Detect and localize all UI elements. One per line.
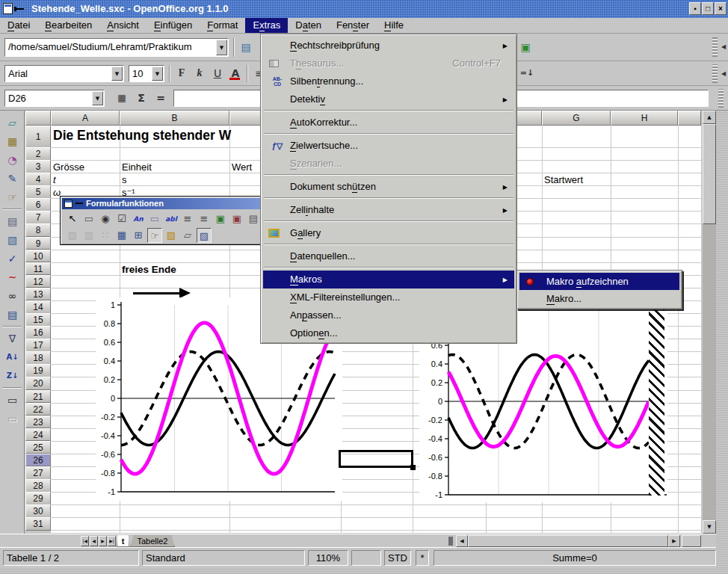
spellcheck-icon[interactable]: ✓ bbox=[3, 250, 22, 268]
form-functions-icon[interactable]: ☞ bbox=[3, 188, 22, 206]
draw-functions-icon[interactable]: ✎ bbox=[3, 170, 22, 188]
name-box-dropdown-icon[interactable]: ▼ bbox=[92, 91, 103, 105]
row-header-23[interactable]: 23 bbox=[25, 416, 51, 429]
sheet-tab-Tabelle2[interactable]: Tabelle2 bbox=[130, 535, 175, 547]
horizontal-scroll-thumb[interactable] bbox=[468, 535, 668, 547]
sum-icon[interactable]: Σ bbox=[133, 90, 149, 106]
menubar-item-einfgen[interactable]: Einfügen bbox=[146, 18, 200, 33]
row-header-4[interactable]: 4 bbox=[25, 173, 51, 186]
hscroll-left-icon[interactable]: ◀ bbox=[456, 535, 468, 547]
group-box-icon[interactable]: ▭ bbox=[147, 212, 162, 226]
cell-reference-value[interactable]: D26 bbox=[8, 91, 90, 105]
bold-icon[interactable]: F bbox=[173, 65, 190, 81]
more-controls-icon[interactable]: ⊞ bbox=[131, 228, 146, 243]
combo-box-icon[interactable]: ≡ bbox=[197, 212, 212, 226]
font-size-value[interactable]: 10 bbox=[132, 67, 150, 81]
first-sheet-button[interactable]: |◀ bbox=[81, 536, 89, 546]
row-header-9[interactable]: 9 bbox=[25, 237, 51, 250]
form-toolbar-titlebar[interactable]: Formularfunktionen bbox=[62, 198, 261, 209]
row-header-26[interactable]: 26 bbox=[25, 454, 51, 467]
row-header-2[interactable]: 2 bbox=[25, 147, 51, 161]
row-header-10[interactable]: 10 bbox=[25, 250, 51, 263]
insert-frame-icon[interactable]: ▤ bbox=[3, 212, 22, 230]
menu-item-silbentrennung[interactable]: AB- CDSilbentrennung... bbox=[263, 72, 514, 90]
autofilter-icon[interactable]: ∇ bbox=[3, 330, 22, 348]
submenu-item-makro[interactable]: Makro... bbox=[519, 290, 679, 307]
row-header-18[interactable]: 18 bbox=[25, 351, 51, 365]
menubar-item-datei[interactable]: Datei bbox=[0, 18, 37, 33]
check-box-icon[interactable]: ☑ bbox=[114, 212, 129, 226]
label-field-icon[interactable]: An bbox=[131, 212, 146, 226]
arrow-right-object[interactable] bbox=[133, 292, 179, 294]
design-mode-icon[interactable]: ☞ bbox=[147, 228, 162, 243]
row-header-11[interactable]: 11 bbox=[25, 262, 51, 276]
row-header-15[interactable]: 15 bbox=[25, 313, 51, 327]
collapse-toolbar-icon[interactable]: ◀ bbox=[719, 37, 728, 54]
push-button-icon[interactable]: ▭ bbox=[81, 212, 96, 226]
menu-item-gallery[interactable]: Gallery bbox=[263, 224, 514, 242]
sheet-tab-t[interactable]: t bbox=[117, 535, 129, 547]
column-header-G[interactable]: G bbox=[542, 111, 611, 126]
row-header-29[interactable]: 29 bbox=[25, 492, 51, 505]
table-control-icon[interactable]: ▦ bbox=[114, 228, 129, 243]
menu-item-szenarien[interactable]: Szenarien... bbox=[263, 155, 514, 173]
next-sheet-button[interactable]: ▶ bbox=[99, 536, 107, 546]
menu-item-autokorrektur[interactable]: AutoKorrektur... bbox=[263, 114, 514, 132]
scroll-up-icon[interactable]: ▲ bbox=[703, 111, 716, 124]
prev-sheet-button[interactable]: ◀ bbox=[90, 536, 98, 546]
menu-item-zielwertsuche[interactable]: ƒ▽Zielwertsuche... bbox=[263, 137, 514, 155]
italic-icon[interactable]: k bbox=[191, 65, 208, 81]
collapse-toolbar-icon[interactable]: ◀ bbox=[719, 64, 728, 81]
row-header-19[interactable]: 19 bbox=[25, 364, 51, 377]
row-header-12[interactable]: 12 bbox=[25, 275, 51, 288]
row-header-31[interactable]: 31 bbox=[25, 517, 51, 531]
menubar-item-hilfe[interactable]: Hilfe bbox=[377, 18, 411, 33]
file-selection-icon[interactable]: ▤ bbox=[246, 212, 261, 226]
menu-item-datenquellen[interactable]: Datenquellen... bbox=[263, 247, 514, 265]
list-box-icon[interactable]: ≡ bbox=[180, 212, 195, 226]
scroll-down-icon[interactable]: ▼ bbox=[703, 520, 716, 534]
menubar-item-extras[interactable]: Extras bbox=[245, 18, 288, 33]
submenu-item-makroaufzeichnen[interactable]: Makro aufzeichnen bbox=[519, 273, 679, 290]
menubar-item-fenster[interactable]: Fenster bbox=[329, 18, 377, 33]
row-header-17[interactable]: 17 bbox=[25, 339, 51, 352]
maximize-button[interactable]: □ bbox=[702, 2, 714, 15]
column-header-H[interactable]: H bbox=[611, 111, 678, 126]
menu-item-dokumentschützen[interactable]: Dokument schützen▶ bbox=[263, 178, 514, 196]
find-replace-icon[interactable]: ∞ bbox=[3, 287, 22, 305]
column-header-B[interactable]: B bbox=[120, 111, 229, 126]
insert-icon[interactable]: ▱ bbox=[3, 114, 22, 132]
menu-item-xmlfiltereinstellungen[interactable]: XML-Filtereinstellungen... bbox=[263, 288, 514, 306]
menu-item-detektiv[interactable]: Detektiv▶ bbox=[263, 90, 514, 108]
toolbar-grip[interactable] bbox=[718, 89, 724, 108]
minimize-button[interactable]: ▪ bbox=[689, 2, 701, 15]
tab-split-handle[interactable] bbox=[448, 537, 453, 546]
column-header-A[interactable]: A bbox=[51, 111, 120, 126]
row-header-30[interactable]: 30 bbox=[25, 504, 51, 518]
gallery-icon[interactable]: ▣ bbox=[517, 39, 534, 55]
group-icon[interactable]: ▭ bbox=[3, 391, 22, 409]
row-header-22[interactable]: 22 bbox=[25, 403, 51, 416]
row-header-3[interactable]: 3 bbox=[25, 160, 51, 173]
url-input[interactable]: /home/samuel/Studium/Lehramt/Praktikum▼ bbox=[4, 38, 229, 57]
autospellcheck-icon[interactable]: ~ bbox=[3, 268, 22, 286]
option-button-icon[interactable]: ◉ bbox=[98, 212, 113, 226]
font-name-select[interactable]: Arial▼ bbox=[4, 65, 124, 82]
window-menu-icon[interactable] bbox=[3, 3, 25, 15]
function-list-icon[interactable]: ▦ bbox=[114, 90, 130, 106]
row-header-27[interactable]: 27 bbox=[25, 466, 51, 480]
underline-icon[interactable]: U bbox=[209, 65, 226, 81]
selection-mode[interactable]: STD bbox=[384, 550, 411, 566]
close-button[interactable]: × bbox=[715, 2, 727, 15]
number-format-icon[interactable]: =↓ bbox=[519, 65, 535, 81]
hscroll-right-icon[interactable]: ▶ bbox=[668, 535, 680, 547]
menu-item-anpassen[interactable]: Anpassen... bbox=[263, 306, 514, 324]
font-color-icon[interactable]: A bbox=[227, 65, 244, 81]
row-header-1[interactable]: 1 bbox=[25, 126, 51, 148]
select-all-corner[interactable] bbox=[25, 111, 51, 126]
insert-chart-icon[interactable]: ◔ bbox=[3, 151, 22, 169]
data-sources-icon[interactable]: ▤ bbox=[3, 306, 22, 324]
column-header-partial[interactable] bbox=[678, 111, 701, 126]
row-header-16[interactable]: 16 bbox=[25, 326, 51, 339]
sort-ascending-icon[interactable]: A↓ bbox=[3, 348, 22, 366]
